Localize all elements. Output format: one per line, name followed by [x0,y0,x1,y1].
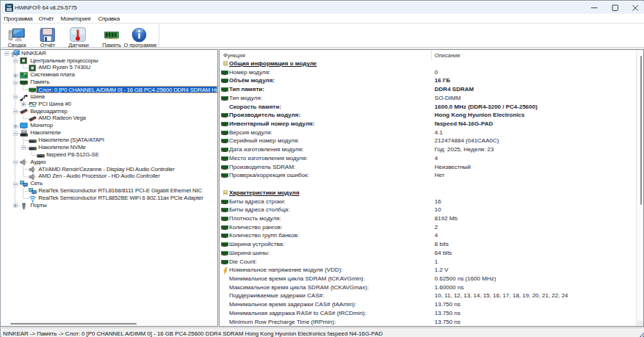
svg-text:PCI: PCI [29,101,37,106]
svg-text:hw: hw [7,4,12,8]
